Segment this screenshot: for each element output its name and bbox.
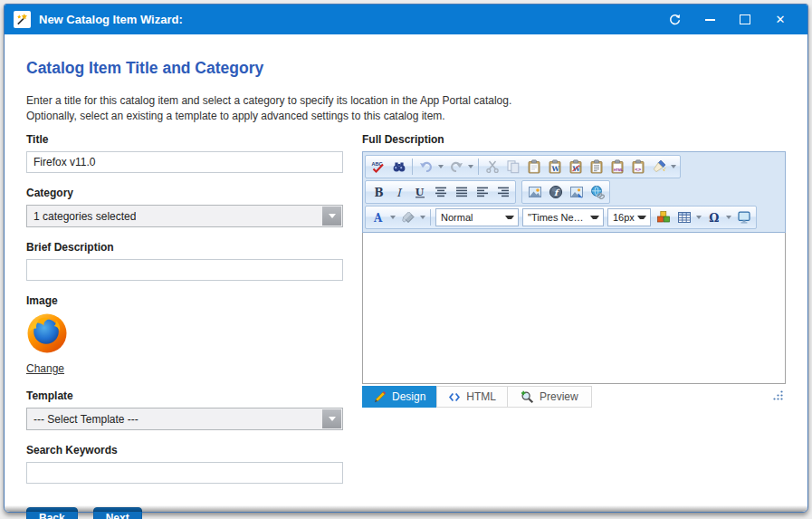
editor-toolbar: ABC [362, 151, 786, 233]
template-value: --- Select Template --- [33, 413, 139, 426]
search-keywords-input[interactable] [26, 462, 343, 484]
maximize-icon[interactable] [738, 13, 752, 27]
toolbar-strip: ABC [365, 155, 681, 178]
editor-column: Full Description ABC [362, 133, 786, 519]
table-dropdown-icon[interactable] [694, 207, 703, 227]
editor-content-area[interactable] [362, 233, 786, 384]
paste-as-html-icon[interactable]: <> [627, 157, 648, 177]
firefox-logo [26, 312, 68, 354]
svg-text:A: A [373, 212, 383, 225]
intro-line-1: Enter a title for this catalog item and … [26, 93, 786, 109]
undo-dropdown-icon[interactable] [436, 157, 445, 177]
paste-plain-text-icon[interactable] [586, 157, 607, 177]
paste-from-word-icon[interactable]: W [544, 157, 565, 177]
symbol-dropdown-icon[interactable] [724, 207, 733, 227]
change-image-link[interactable]: Change [26, 362, 64, 375]
align-center-icon[interactable] [430, 182, 451, 202]
tab-preview[interactable]: Preview [508, 387, 591, 407]
toolbar-strip: B I U [365, 180, 516, 204]
chevron-down-icon[interactable] [322, 409, 341, 428]
pencil-icon [373, 390, 387, 404]
refresh-icon[interactable] [667, 13, 682, 27]
undo-icon[interactable] [416, 157, 436, 177]
paste-html-icon[interactable]: HTML [607, 157, 627, 177]
fill-color-dropdown-icon[interactable] [418, 207, 427, 227]
toolbar-separator [478, 159, 479, 175]
window-controls: ✕ [667, 13, 788, 27]
flash-manager-icon[interactable]: f [545, 182, 566, 202]
copy-icon[interactable] [502, 157, 523, 177]
code-icon [448, 391, 461, 403]
template-dropdown[interactable]: --- Select Template --- [26, 408, 343, 430]
font-color-icon[interactable]: A [368, 207, 388, 227]
redo-dropdown-icon[interactable] [466, 157, 475, 177]
close-icon[interactable]: ✕ [773, 13, 788, 27]
fill-color-icon[interactable] [397, 207, 418, 227]
wizard-stars-icon [14, 11, 31, 28]
format-stripper-icon[interactable] [648, 157, 669, 177]
table-icon[interactable] [673, 207, 694, 227]
back-button[interactable]: Back [26, 507, 78, 519]
paste-icon[interactable] [523, 157, 544, 177]
title-input[interactable] [26, 151, 343, 173]
svg-text:W: W [571, 165, 580, 173]
symbol-icon[interactable]: Ω [703, 207, 724, 227]
media-manager-icon[interactable] [566, 182, 587, 202]
category-field-group: Category 1 categories selected [26, 187, 343, 227]
italic-icon[interactable]: I [388, 182, 409, 202]
svg-text:W: W [550, 165, 559, 173]
tab-html[interactable]: HTML [437, 387, 508, 407]
title-field-group: Title [26, 133, 343, 173]
paste-from-word-nofont-icon[interactable]: W [565, 157, 586, 177]
intro-text: Enter a title for this catalog item and … [26, 93, 786, 123]
image-manager-icon[interactable] [524, 182, 545, 202]
image-field-group: Image [26, 294, 343, 376]
font-color-dropdown-icon[interactable] [388, 207, 397, 227]
redo-icon[interactable] [445, 157, 466, 177]
spellcheck-icon[interactable]: ABC [368, 157, 388, 177]
next-button[interactable]: Next [93, 507, 142, 519]
tab-preview-label: Preview [540, 390, 578, 403]
font-size-value: 16px [613, 212, 635, 223]
template-label: Template [26, 389, 343, 402]
align-right-icon[interactable] [492, 182, 513, 202]
toolbar-strip: f [521, 180, 610, 204]
full-description-label: Full Description [362, 133, 786, 146]
toolbar-row-2: B I U [365, 180, 783, 204]
svg-text:Ω: Ω [709, 211, 719, 225]
tab-design[interactable]: Design [362, 386, 436, 408]
title-label: Title [26, 133, 343, 146]
resize-grip[interactable] [772, 389, 784, 405]
svg-text:HTML: HTML [613, 168, 623, 172]
chevron-down-icon[interactable] [322, 207, 341, 226]
category-label: Category [26, 187, 343, 199]
minimize-icon[interactable] [702, 13, 717, 27]
form-column: Title Category 1 categories selected Bri… [26, 133, 343, 519]
brief-description-input[interactable] [26, 259, 343, 281]
font-family-combo[interactable]: "Times New R... [522, 208, 604, 226]
search-keywords-label: Search Keywords [26, 444, 343, 457]
find-icon[interactable] [388, 157, 409, 177]
toolbar-separator [430, 209, 431, 226]
hyperlink-icon[interactable] [587, 182, 607, 202]
align-left-icon[interactable] [472, 182, 492, 202]
paragraph-style-combo[interactable]: Normal [435, 208, 519, 226]
category-dropdown[interactable]: 1 categories selected [26, 205, 343, 227]
svg-text:I: I [396, 187, 403, 199]
css-class-icon[interactable] [653, 207, 673, 227]
editor-tab-strip: HTML Preview [436, 386, 591, 408]
cut-icon[interactable] [482, 157, 502, 177]
svg-text:B: B [374, 187, 383, 199]
underline-icon[interactable]: U [409, 182, 430, 202]
image-label: Image [26, 294, 343, 307]
intro-line-2: Optionally, select an existing a templat… [26, 109, 786, 124]
brief-description-label: Brief Description [26, 241, 343, 254]
tab-html-label: HTML [466, 390, 496, 403]
format-stripper-dropdown-icon[interactable] [669, 157, 678, 177]
toolbar-separator [412, 159, 413, 175]
font-size-combo[interactable]: 16px [607, 208, 651, 226]
page-title: Catalog Item Title and Category [26, 59, 786, 78]
monitor-icon[interactable] [733, 207, 754, 227]
bold-icon[interactable]: B [368, 182, 388, 202]
justify-icon[interactable] [451, 182, 472, 202]
